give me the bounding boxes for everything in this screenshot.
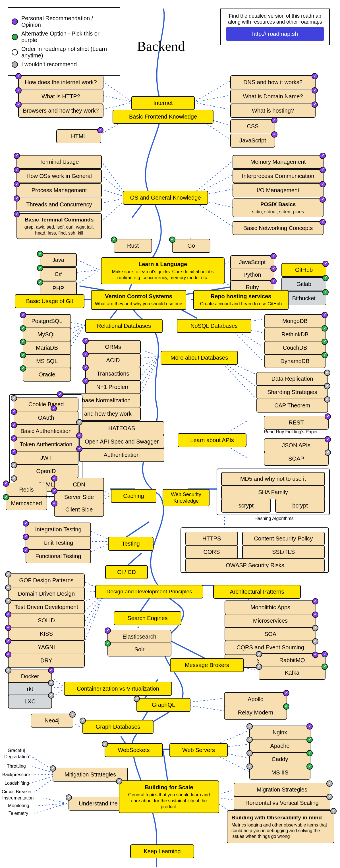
cicd[interactable]: CI / CD	[105, 565, 148, 579]
internet[interactable]: Internet	[131, 96, 195, 110]
archpattern[interactable]: Architectural Patterns	[213, 585, 301, 599]
jslang[interactable]: JavaScript	[230, 255, 274, 269]
gitlab[interactable]: Gitlab	[281, 277, 327, 291]
go[interactable]: Go	[172, 239, 210, 253]
browsers[interactable]: Browsers and how they work?	[18, 104, 103, 118]
kiss[interactable]: KISS	[8, 627, 85, 641]
webservers[interactable]: Web Servers	[169, 743, 228, 757]
bcrypt[interactable]: bcrypt	[275, 499, 325, 513]
msiis[interactable]: MS IIS	[249, 766, 310, 780]
threads[interactable]: Threads and Concurrency	[17, 197, 102, 212]
css[interactable]: CSS	[230, 119, 275, 133]
domain-name[interactable]: What is Domain Name?	[230, 90, 315, 103]
keep-learning[interactable]: Keep Learning	[130, 844, 194, 858]
cdn[interactable]: CDN	[54, 478, 104, 492]
searcheng[interactable]: Search Engines	[114, 611, 181, 625]
observability[interactable]: Building with Observability in mind Metr…	[227, 810, 334, 843]
proc-mgmt[interactable]: Process Management	[17, 183, 102, 197]
basic-git[interactable]: Basic Usage of Git	[15, 294, 85, 308]
graphdb[interactable]: Graph Databases	[83, 720, 154, 734]
https[interactable]: HTTPS	[185, 532, 238, 546]
basic-terminal[interactable]: Basic Terminal Commands grep, awk, sed, …	[17, 213, 102, 239]
yagni[interactable]: YAGNI	[8, 640, 85, 654]
mongodb[interactable]: MongoDB	[265, 314, 326, 328]
ddd[interactable]: Domain Driven Design	[8, 587, 85, 601]
how-internet-work[interactable]: How does the internet work?	[18, 75, 103, 89]
openapi[interactable]: Open API Spec and Swagger	[79, 435, 164, 448]
msgbrokers[interactable]: Message Brokers	[170, 658, 244, 672]
rethinkdb[interactable]: RethinkDB	[265, 328, 326, 341]
js[interactable]: JavaScript	[230, 134, 275, 148]
apollo[interactable]: Apollo	[224, 692, 287, 706]
owasp[interactable]: OWASP Security Risks	[185, 558, 324, 572]
memcached[interactable]: Memcached	[6, 496, 47, 510]
clientside[interactable]: Client Side	[54, 503, 104, 517]
rkt[interactable]: rkt	[8, 682, 52, 696]
build-for-scale[interactable]: Building for ScaleGeneral topics that yo…	[119, 780, 219, 813]
transactions[interactable]: Transactions	[85, 367, 141, 381]
sharding[interactable]: Sharding Strategies	[256, 385, 328, 399]
cqrs[interactable]: CQRS and Event Sourcing	[224, 641, 316, 654]
csp[interactable]: Content Security Policy	[242, 532, 324, 546]
integration-testing[interactable]: Integration Testing	[26, 523, 91, 536]
cors[interactable]: CORS	[185, 545, 238, 559]
solr[interactable]: Solr	[107, 643, 172, 656]
mem-mgmt[interactable]: Memory Management	[233, 155, 323, 169]
lxc[interactable]: LXC	[8, 694, 52, 709]
openid[interactable]: OpenID	[13, 464, 79, 478]
unit-testing[interactable]: Unit Testing	[26, 536, 91, 550]
containervs[interactable]: Containerization vs Virtualization	[64, 682, 172, 696]
soap[interactable]: SOAP	[264, 452, 329, 466]
nosql-db[interactable]: NoSQL Databases	[177, 319, 251, 333]
kafka[interactable]: Kafka	[259, 666, 326, 680]
redis[interactable]: Redis	[6, 483, 47, 497]
repo[interactable]: Repo hosting servicesCreate account and …	[193, 290, 288, 310]
relational-db[interactable]: Relational Databases	[85, 319, 163, 333]
what-http[interactable]: What is HTTP?	[18, 90, 103, 103]
tokenauth[interactable]: Token Authentication	[13, 438, 79, 452]
caching[interactable]: Caching	[111, 489, 156, 503]
posix[interactable]: POSIX Basicsstdin, stdout, stderr, pipes	[233, 198, 323, 217]
moredb[interactable]: More about Databases	[161, 351, 238, 365]
hateoas[interactable]: HATEOAS	[79, 421, 164, 435]
csharp[interactable]: C#	[40, 267, 77, 281]
neo4j[interactable]: Neo4j	[31, 714, 73, 727]
postgresql[interactable]: PostgreSQL	[23, 314, 71, 328]
how-os-work[interactable]: How OSs work in General	[17, 169, 102, 183]
java[interactable]: Java	[40, 253, 77, 267]
sha[interactable]: SHA Family	[221, 485, 325, 499]
php[interactable]: PHP	[40, 281, 77, 296]
acid[interactable]: ACID	[85, 353, 141, 367]
os-knowledge[interactable]: OS and General Knowledge	[123, 191, 208, 205]
n1[interactable]: N+1 Problem	[85, 380, 141, 394]
rust[interactable]: Rust	[114, 239, 152, 253]
oauth[interactable]: OAuth	[13, 411, 79, 425]
datarepl[interactable]: Data Replication	[256, 372, 328, 386]
websockets[interactable]: WebSockets	[104, 743, 163, 757]
relay[interactable]: Relay Modern	[224, 706, 287, 720]
mariadb[interactable]: MariaDB	[23, 341, 71, 355]
caddy[interactable]: Caddy	[249, 752, 310, 766]
tdd[interactable]: Test Driven Development	[8, 600, 85, 614]
oracle[interactable]: Oracle	[23, 368, 71, 381]
io[interactable]: I/O Management	[233, 183, 323, 197]
graphql[interactable]: GraphQL	[136, 698, 190, 712]
ssl[interactable]: SSL/TLS	[242, 545, 324, 559]
dynamodb[interactable]: DynamoDB	[265, 354, 326, 368]
html[interactable]: HTML	[56, 129, 101, 143]
solid[interactable]: SOLID	[8, 614, 85, 627]
cap[interactable]: CAP Theorem	[256, 399, 328, 412]
mysql[interactable]: MySQL	[23, 328, 71, 341]
designprinc[interactable]: Design and Development Principles	[95, 585, 203, 598]
dry[interactable]: DRY	[8, 654, 85, 668]
terminal-usage[interactable]: Terminal Usage	[17, 155, 102, 169]
websec[interactable]: Web Security Knowledge	[163, 489, 210, 506]
basicauth[interactable]: Basic Authentication	[13, 424, 79, 438]
github[interactable]: GitHub	[281, 263, 327, 277]
jwt[interactable]: JWT	[13, 451, 79, 465]
apache[interactable]: Apache	[249, 739, 310, 753]
md5[interactable]: MD5 and why not to use it	[221, 472, 325, 486]
vcs[interactable]: Version Control SystemsWhat are they and…	[91, 290, 186, 310]
soa[interactable]: SOA	[224, 627, 316, 641]
cookie[interactable]: Cookie Based	[13, 398, 79, 411]
